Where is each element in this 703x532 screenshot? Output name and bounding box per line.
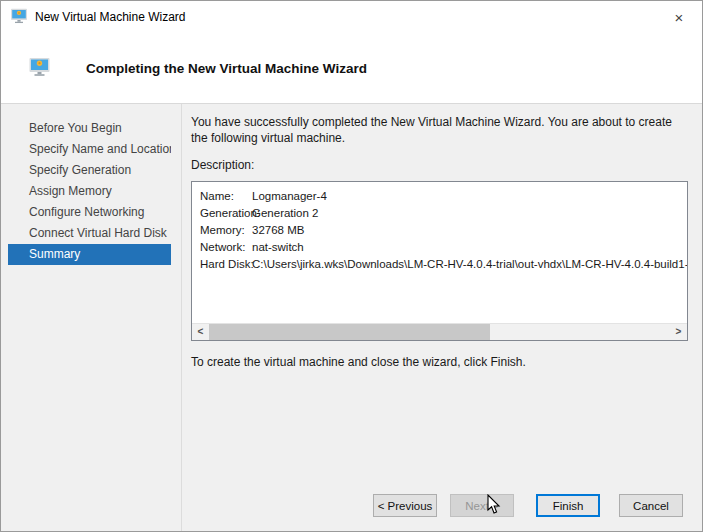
wizard-dialog: New Virtual Machine Wizard × Completing … — [0, 0, 703, 532]
intro-text: You have successfully completed the New … — [191, 114, 689, 146]
summary-page-content: You have successfully completed the New … — [182, 104, 702, 531]
scroll-left-icon[interactable]: < — [192, 324, 209, 340]
summary-row-value: 32768 MB — [252, 222, 304, 239]
vm-monitor-icon-large — [29, 57, 50, 80]
sidebar-item-configure-networking[interactable]: Configure Networking — [8, 202, 171, 223]
description-label: Description: — [191, 158, 689, 172]
window-title: New Virtual Machine Wizard — [35, 10, 656, 24]
summary-row-label: Generation: — [200, 205, 252, 222]
wizard-button-row: < Previous Next > Finish Cancel — [373, 494, 683, 517]
summary-row-value: nat-switch — [252, 239, 304, 256]
next-button[interactable]: Next > — [450, 494, 514, 517]
title-bar: New Virtual Machine Wizard × — [1, 1, 702, 33]
summary-row-value: C:\Users\jirka.wks\Downloads\LM-CR-HV-4.… — [252, 256, 688, 273]
finish-button[interactable]: Finish — [536, 494, 600, 517]
scroll-right-icon[interactable]: > — [670, 324, 687, 340]
sidebar-item-connect-virtual-hard-disk[interactable]: Connect Virtual Hard Disk — [8, 223, 171, 244]
horizontal-scrollbar[interactable]: < > — [192, 323, 687, 340]
scrollbar-track[interactable] — [209, 324, 670, 340]
wizard-header: Completing the New Virtual Machine Wizar… — [1, 33, 702, 104]
sidebar-item-specify-generation[interactable]: Specify Generation — [8, 160, 171, 181]
summary-row-value: Logmanager-4 — [252, 188, 327, 205]
finish-hint-text: To create the virtual machine and close … — [191, 355, 689, 369]
previous-button[interactable]: < Previous — [373, 494, 437, 517]
summary-row-label: Network: — [200, 239, 252, 256]
vm-summary-box: Name: Logmanager-4 Generation: Generatio… — [191, 181, 688, 341]
scrollbar-thumb[interactable] — [209, 324, 490, 340]
sidebar-item-before-you-begin[interactable]: Before You Begin — [8, 118, 171, 139]
summary-row-memory: Memory: 32768 MB — [200, 222, 687, 239]
close-icon[interactable]: × — [656, 1, 702, 33]
summary-row-label: Name: — [200, 188, 252, 205]
summary-row-label: Memory: — [200, 222, 252, 239]
wizard-steps-sidebar: Before You Begin Specify Name and Locati… — [1, 104, 182, 531]
vm-monitor-icon — [11, 8, 27, 27]
cancel-button[interactable]: Cancel — [619, 494, 683, 517]
sidebar-item-specify-name-and-location[interactable]: Specify Name and Location — [8, 139, 171, 160]
sidebar-item-assign-memory[interactable]: Assign Memory — [8, 181, 171, 202]
page-title: Completing the New Virtual Machine Wizar… — [86, 61, 367, 76]
sidebar-item-summary[interactable]: Summary — [8, 244, 171, 265]
summary-row-network: Network: nat-switch — [200, 239, 687, 256]
summary-row-value: Generation 2 — [252, 205, 319, 222]
summary-row-label: Hard Disk: — [200, 256, 252, 273]
summary-row-name: Name: Logmanager-4 — [200, 188, 687, 205]
summary-row-hard-disk: Hard Disk: C:\Users\jirka.wks\Downloads\… — [200, 256, 687, 273]
summary-row-generation: Generation: Generation 2 — [200, 205, 687, 222]
